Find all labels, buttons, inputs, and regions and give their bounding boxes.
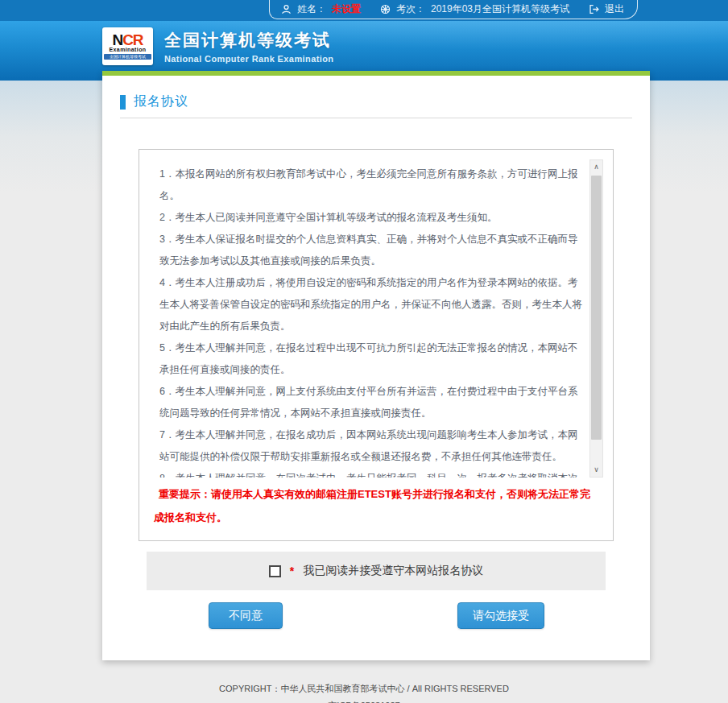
copyright-line: COPYRIGHT：中华人民共和国教育部考试中心 / All RIGHTS RE… — [0, 680, 728, 697]
agreement-paragraph: 8．考生本人理解并同意，在同次考试中，考生只能报考同一科目一次，报考多次者将取消… — [159, 468, 586, 478]
main-card: 报名协议 1．本报名网站的所有权归教育部考试中心，考生必须完全同意所有服务条款，… — [102, 71, 650, 660]
action-buttons-row: 不同意 请勾选接受 — [209, 602, 544, 629]
agreement-scroll-area[interactable]: 1．本报名网站的所有权归教育部考试中心，考生必须完全同意所有服务条款，方可进行网… — [149, 159, 603, 478]
agreement-paragraph: 5．考生本人理解并同意，在报名过程中出现不可抗力所引起的无法正常报名的情况，本网… — [159, 337, 586, 381]
logout-link[interactable]: 退出 — [605, 2, 624, 16]
logo-examination-text: Examination — [109, 47, 146, 53]
agreement-paragraph: 2．考生本人已阅读并同意遵守全国计算机等级考试的报名流程及考生须知。 — [159, 207, 586, 229]
logo-strip-text: 全国计算机等级考试 — [104, 54, 151, 60]
user-icon — [281, 4, 292, 14]
scrollbar-thumb[interactable] — [591, 176, 602, 440]
scroll-down-icon[interactable]: ∨ — [590, 463, 602, 477]
scroll-up-icon[interactable]: ∧ — [590, 160, 602, 174]
page-background: 报名协议 1．本报名网站的所有权归教育部考试中心，考生必须完全同意所有服务条款，… — [0, 81, 728, 703]
title-accent-bar — [120, 95, 126, 110]
icp-line: 京ICP备05031027 — [0, 697, 728, 703]
important-warning-text: 重要提示：请使用本人真实有效的邮箱注册ETEST账号并进行报名和支付，否则将无法… — [154, 482, 598, 529]
agree-checkbox[interactable] — [269, 565, 281, 577]
agreement-paragraph: 7．考生本人理解并同意，在报名成功后，因本网站系统出现问题影响考生本人参加考试，… — [159, 424, 586, 468]
consent-label[interactable]: 我已阅读并接受遵守本网站报名协议 — [303, 564, 483, 578]
page-title-row: 报名协议 — [120, 93, 632, 118]
name-value: 未设置 — [332, 2, 361, 16]
top-bar: 姓名： 未设置 考次： 2019年03月全国计算机等级考试 退出 — [0, 0, 728, 21]
name-label: 姓名： — [297, 2, 326, 16]
session-label: 考次： — [396, 2, 425, 16]
site-title: 全国计算机等级考试 — [164, 29, 333, 52]
logo-letters-cr: CR — [122, 31, 143, 48]
required-asterisk: * — [290, 564, 294, 577]
green-accent-strip — [102, 71, 650, 76]
accept-button[interactable]: 请勾选接受 — [457, 602, 544, 629]
agreement-paragraph: 3．考生本人保证报名时提交的个人信息资料真实、正确，并将对个人信息不真实或不正确… — [159, 229, 586, 272]
consent-bar: * 我已阅读并接受遵守本网站报名协议 — [147, 552, 606, 590]
site-subtitle: National Computer Rank Examination — [164, 54, 333, 64]
agreement-paragraph: 1．本报名网站的所有权归教育部考试中心，考生必须完全同意所有服务条款，方可进行网… — [159, 163, 586, 207]
session-icon — [380, 4, 391, 14]
scrollbar[interactable]: ∧ ∨ — [589, 159, 603, 478]
footer: COPYRIGHT：中华人民共和国教育部考试中心 / All RIGHTS RE… — [0, 670, 728, 703]
logout-icon — [589, 4, 599, 14]
user-session-strip: 姓名： 未设置 考次： 2019年03月全国计算机等级考试 退出 — [269, 0, 638, 19]
agreement-text: 1．本报名网站的所有权归教育部考试中心，考生必须完全同意所有服务条款，方可进行网… — [149, 159, 589, 478]
agreement-box: 1．本报名网站的所有权归教育部考试中心，考生必须完全同意所有服务条款，方可进行网… — [139, 149, 614, 541]
page-title: 报名协议 — [134, 93, 188, 110]
agreement-paragraph: 6．考生本人理解并同意，网上支付系统由支付平台所有并运营，在付费过程中由于支付平… — [159, 381, 586, 424]
session-value: 2019年03月全国计算机等级考试 — [431, 2, 569, 16]
logo-letter-n: N — [112, 31, 122, 48]
agreement-paragraph: 4．考生本人注册成功后，将使用自设定的密码和系统指定的用户名作为登录本网站的依据… — [159, 272, 586, 337]
disagree-button[interactable]: 不同意 — [209, 602, 283, 629]
ncre-logo: NCR Examination 全国计算机等级考试 — [102, 27, 153, 65]
